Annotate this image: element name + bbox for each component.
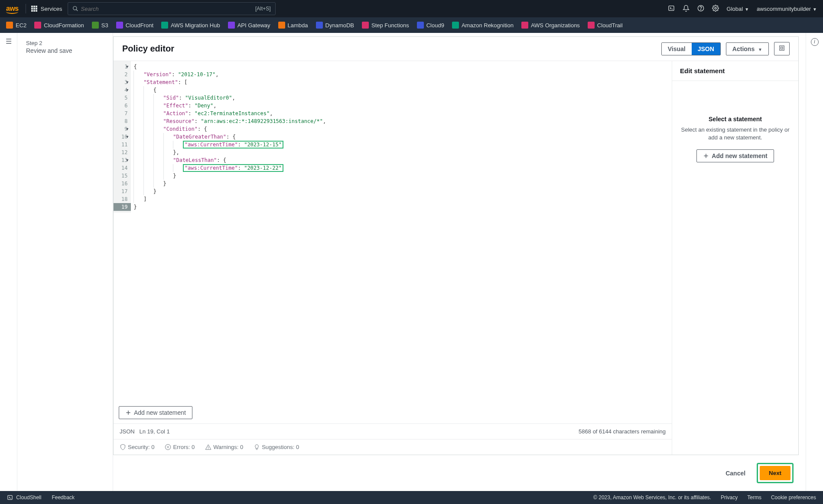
favorite-label: CloudTrail bbox=[597, 22, 623, 29]
service-icon bbox=[452, 22, 459, 29]
shield-icon bbox=[120, 444, 126, 450]
edit-statement-panel: Edit statement Select a statement Select… bbox=[672, 61, 798, 455]
wizard-footer: Cancel Next bbox=[113, 455, 799, 491]
service-icon bbox=[417, 22, 424, 29]
diagnostics-bar: Security: 0 Errors: 0 Warnings: 0 Sugges… bbox=[114, 439, 672, 455]
favorite-label: DynamoDB bbox=[325, 22, 354, 29]
search-box[interactable]: [Alt+S] bbox=[68, 2, 276, 15]
favorite-ec2[interactable]: EC2 bbox=[6, 22, 26, 29]
services-label: Services bbox=[41, 6, 62, 12]
favorite-cloudfront[interactable]: CloudFront bbox=[116, 22, 153, 29]
favorite-aws-organizations[interactable]: AWS Organizations bbox=[521, 22, 580, 29]
side-panel-heading: Edit statement bbox=[672, 61, 798, 81]
favorite-dynamodb[interactable]: DynamoDB bbox=[316, 22, 354, 29]
favorite-cloudtrail[interactable]: CloudTrail bbox=[588, 22, 623, 29]
favorite-s3[interactable]: S3 bbox=[92, 22, 108, 29]
favorite-label: Lambda bbox=[288, 22, 308, 29]
editor-mode-label: JSON bbox=[120, 428, 135, 435]
service-icon bbox=[116, 22, 123, 29]
favorite-cloud9[interactable]: Cloud9 bbox=[417, 22, 444, 29]
service-icon bbox=[6, 22, 13, 29]
json-tab[interactable]: JSON bbox=[692, 43, 720, 55]
cursor-position: Ln 19, Col 1 bbox=[140, 428, 170, 435]
aws-logo[interactable]: aws bbox=[6, 5, 19, 13]
service-icon bbox=[161, 22, 168, 29]
lightbulb-icon bbox=[254, 444, 260, 450]
account-menu[interactable]: awscommunitybuilder▼ bbox=[757, 6, 817, 12]
plus-icon bbox=[125, 410, 131, 416]
svg-rect-7 bbox=[780, 46, 784, 51]
warnings-count[interactable]: Warnings: 0 bbox=[205, 444, 243, 450]
global-nav: aws Services [Alt+S] Global▼ awscommunit… bbox=[0, 0, 823, 17]
grid-icon bbox=[31, 6, 37, 12]
service-icon bbox=[588, 22, 595, 29]
suggestions-count[interactable]: Suggestions: 0 bbox=[254, 444, 299, 450]
favorite-amazon-rekognition[interactable]: Amazon Rekognition bbox=[452, 22, 514, 29]
error-icon bbox=[165, 444, 171, 450]
wizard-steps: Step 2 Review and save bbox=[17, 33, 113, 491]
side-add-new-statement-button[interactable]: Add new statement bbox=[696, 149, 774, 162]
favorite-label: S3 bbox=[101, 22, 108, 29]
favorite-label: CloudFront bbox=[126, 22, 153, 29]
actions-menu[interactable]: Actions ▼ bbox=[726, 42, 769, 55]
region-selector[interactable]: Global▼ bbox=[727, 6, 749, 12]
favorite-label: Cloud9 bbox=[426, 22, 444, 29]
select-statement-desc: Select an existing statement in the poli… bbox=[681, 126, 790, 142]
favorite-label: AWS Organizations bbox=[531, 22, 580, 29]
fullscreen-icon bbox=[779, 45, 785, 51]
fullscreen-button[interactable] bbox=[774, 42, 790, 55]
editor-mode-toggle: Visual JSON bbox=[661, 42, 721, 55]
favorite-api-gateway[interactable]: API Gateway bbox=[228, 22, 270, 29]
service-icon bbox=[278, 22, 285, 29]
svg-rect-8 bbox=[781, 47, 783, 49]
next-button[interactable]: Next bbox=[760, 466, 790, 480]
visual-tab[interactable]: Visual bbox=[662, 43, 692, 55]
favorite-label: EC2 bbox=[16, 22, 26, 29]
favorite-aws-migration-hub[interactable]: AWS Migration Hub bbox=[161, 22, 220, 29]
step-number: Step 2 bbox=[26, 40, 104, 46]
service-icon bbox=[34, 22, 41, 29]
left-rail: ☰ bbox=[0, 33, 17, 491]
service-icon bbox=[521, 22, 528, 29]
services-menu[interactable]: Services bbox=[31, 6, 62, 12]
select-statement-title: Select a statement bbox=[681, 116, 790, 123]
next-highlight: Next bbox=[757, 463, 794, 483]
errors-count[interactable]: Errors: 0 bbox=[165, 444, 195, 450]
cloudshell-icon[interactable] bbox=[668, 5, 675, 13]
favorite-label: AWS Migration Hub bbox=[171, 22, 220, 29]
service-icon bbox=[316, 22, 323, 29]
notifications-icon[interactable] bbox=[683, 5, 690, 13]
char-count: 5868 of 6144 characters remaining bbox=[579, 428, 666, 435]
editor-status-bar: JSON Ln 19, Col 1 5868 of 6144 character… bbox=[114, 423, 672, 439]
panel-title: Policy editor bbox=[122, 44, 174, 54]
svg-line-1 bbox=[76, 10, 78, 11]
help-icon[interactable] bbox=[697, 5, 704, 13]
svg-point-15 bbox=[208, 449, 208, 449]
cancel-button[interactable]: Cancel bbox=[719, 463, 752, 483]
favorite-step-functions[interactable]: Step Functions bbox=[362, 22, 409, 29]
add-new-statement-button[interactable]: Add new statement bbox=[119, 406, 192, 419]
code-editor[interactable]: 1▼23▼4▼56789▼10▼111213▼141516171819 { "V… bbox=[114, 61, 672, 455]
svg-point-5 bbox=[700, 9, 701, 10]
menu-toggle-icon[interactable]: ☰ bbox=[6, 37, 12, 45]
divider bbox=[26, 4, 26, 13]
search-input[interactable] bbox=[81, 6, 255, 12]
svg-point-6 bbox=[715, 7, 716, 9]
favorite-label: API Gateway bbox=[237, 22, 270, 29]
settings-icon[interactable] bbox=[712, 5, 719, 13]
security-count[interactable]: Security: 0 bbox=[120, 444, 154, 450]
info-icon[interactable]: i bbox=[811, 38, 819, 46]
search-icon bbox=[72, 6, 78, 12]
help-rail: i bbox=[806, 33, 823, 491]
svg-point-0 bbox=[73, 6, 76, 10]
favorite-label: Amazon Rekognition bbox=[462, 22, 514, 29]
search-shortcut: [Alt+S] bbox=[255, 6, 271, 12]
policy-editor-panel: Policy editor Visual JSON Actions ▼ 1▼23… bbox=[113, 36, 799, 455]
service-icon bbox=[228, 22, 235, 29]
favorite-label: Step Functions bbox=[371, 22, 409, 29]
favorite-label: CloudFormation bbox=[44, 22, 84, 29]
favorite-lambda[interactable]: Lambda bbox=[278, 22, 308, 29]
favorites-bar: EC2CloudFormationS3CloudFrontAWS Migrati… bbox=[0, 17, 823, 33]
step-title: Review and save bbox=[26, 47, 104, 54]
favorite-cloudformation[interactable]: CloudFormation bbox=[34, 22, 84, 29]
